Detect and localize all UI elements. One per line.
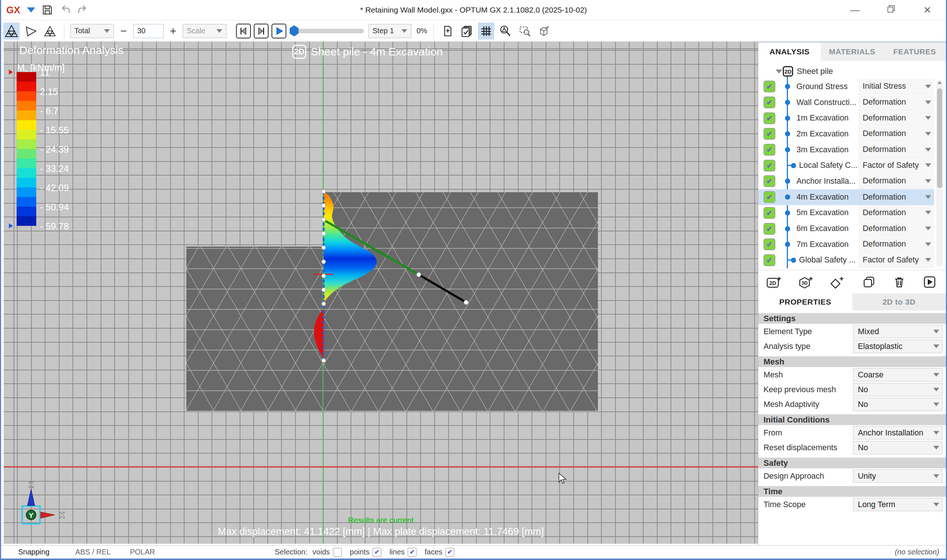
step-slider[interactable]	[291, 29, 364, 33]
analysis-stage-row[interactable]: ✔ Global Safety ... Factor of Safety	[758, 252, 946, 268]
new-view-button[interactable]	[440, 23, 456, 40]
analysis-stage-row[interactable]: ✔ Ground Stress Initial Stress	[758, 79, 946, 95]
stage-type-dropdown[interactable]: Deformation	[858, 126, 934, 142]
delete-stage-button[interactable]	[892, 275, 907, 289]
scale-increase-button[interactable]: +	[167, 25, 180, 37]
stage-checkbox[interactable]: ✔	[763, 238, 775, 250]
new-3d-stage-button[interactable]: 3D	[797, 275, 814, 289]
show-mesh-button[interactable]	[3, 23, 20, 40]
stage-type-dropdown[interactable]: Deformation	[858, 190, 934, 205]
selection-filter-item[interactable]: points ✔	[350, 548, 381, 557]
clone-stage-button[interactable]	[862, 275, 876, 289]
analysis-stage-row[interactable]: ✔ 3m Excavation Deformation	[758, 142, 946, 158]
analysis-stage-row[interactable]: ✔ Wall Constructi... Deformation	[758, 95, 946, 111]
undo-icon[interactable]	[60, 5, 71, 15]
new-2d-stage-button[interactable]: 2D	[766, 275, 782, 289]
analysis-stage-row[interactable]: ✔ 4m Excavation Deformation	[758, 189, 934, 205]
selection-filter-item[interactable]: lines ✔	[390, 548, 416, 557]
stage-checkbox[interactable]: ✔	[763, 81, 775, 92]
show-fine-mesh-button[interactable]	[42, 23, 58, 40]
analysis-stage-row[interactable]: ✔ 7m Excavation Deformation	[758, 237, 946, 252]
scale-decrease-button[interactable]: −	[117, 25, 130, 37]
selection-filter-item[interactable]: voids ✔	[313, 548, 342, 557]
property-dropdown[interactable]: Mixed	[853, 325, 942, 338]
new-node-button[interactable]	[829, 275, 846, 289]
snapping-toggle[interactable]: Snapping	[1, 548, 49, 556]
property-dropdown[interactable]: Elastoplastic	[853, 340, 942, 353]
view-manager-button[interactable]	[459, 23, 475, 40]
stage-type-dropdown[interactable]: Initial Stress	[858, 79, 934, 94]
analysis-stage-row[interactable]: ✔ 6m Excavation Deformation	[758, 221, 946, 237]
property-dropdown[interactable]: No	[853, 398, 942, 411]
stage-checkbox[interactable]: ✔	[763, 175, 775, 187]
run-analysis-button[interactable]	[922, 275, 937, 289]
selection-checkbox[interactable]: ✔	[446, 548, 454, 557]
selection-checkbox[interactable]: ✔	[373, 548, 381, 557]
skip-to-start-button[interactable]	[236, 24, 251, 38]
app-menu-dropdown-icon[interactable]	[27, 8, 35, 12]
stage-type-dropdown[interactable]: Deformation	[858, 111, 934, 126]
polar-toggle[interactable]: POLAR	[111, 548, 155, 556]
collapse-caret-icon[interactable]	[776, 69, 782, 74]
selection-checkbox[interactable]: ✔	[333, 548, 342, 557]
property-dropdown[interactable]: No	[853, 383, 942, 396]
analysis-stage-row[interactable]: ✔ Local Safety C... Factor of Safety	[758, 157, 946, 173]
stage-checkbox[interactable]: ✔	[763, 160, 775, 172]
abs-rel-toggle[interactable]: ABS / REL	[49, 548, 111, 556]
step-slider-handle[interactable]	[289, 26, 299, 37]
close-button[interactable]: ✕	[920, 5, 935, 16]
selection-filter-item[interactable]: faces ✔	[425, 548, 454, 557]
result-type-dropdown[interactable]: Total	[70, 24, 114, 38]
property-dropdown[interactable]: Unity	[853, 469, 942, 483]
stage-checkbox[interactable]: ✔	[763, 191, 775, 203]
property-dropdown[interactable]: No	[853, 441, 942, 454]
analysis-stage-row[interactable]: ✔ 5m Excavation Deformation	[758, 205, 946, 221]
analysis-stage-row[interactable]: ✔ 2m Excavation Deformation	[758, 126, 946, 142]
save-icon[interactable]	[42, 5, 53, 15]
zoom-mesh-button[interactable]	[497, 23, 514, 40]
stage-type-dropdown[interactable]: Factor of Safety	[858, 158, 934, 173]
tree-scrollbar-thumb[interactable]	[937, 88, 942, 188]
stage-tree-root[interactable]: 2D Sheet pile	[758, 64, 946, 79]
stage-checkbox[interactable]: ✔	[763, 144, 775, 155]
tab-properties[interactable]: PROPERTIES	[758, 294, 852, 311]
stage-checkbox[interactable]: ✔	[763, 223, 775, 235]
render-3d-button[interactable]	[536, 23, 552, 40]
minimize-button[interactable]: —	[847, 5, 862, 16]
stage-type-dropdown[interactable]: Deformation	[858, 95, 934, 110]
model-canvas[interactable]: Z X Y Deformation Analysis My [kNm/m] 11…	[4, 42, 758, 544]
tab-2d-to-3d[interactable]: 2D to 3D	[852, 294, 946, 311]
tree-scrollbar[interactable]	[936, 80, 943, 267]
stage-type-dropdown[interactable]: Deformation	[858, 142, 934, 157]
stage-type-dropdown[interactable]: Deformation	[858, 174, 934, 189]
stage-checkbox[interactable]: ✔	[763, 254, 775, 266]
grid-toggle-button[interactable]	[478, 23, 494, 40]
stage-type-dropdown[interactable]: Factor of Safety	[858, 252, 934, 268]
zoom-window-button[interactable]	[517, 23, 533, 40]
step-dropdown[interactable]: Step 1	[369, 24, 411, 38]
scale-mode-dropdown[interactable]: Scale	[183, 24, 227, 38]
show-deformed-button[interactable]	[23, 23, 39, 40]
analysis-stage-row[interactable]: ✔ Anchor Installa... Deformation	[758, 173, 946, 189]
property-dropdown[interactable]: Long Term	[853, 498, 942, 511]
stage-type-dropdown[interactable]: Deformation	[858, 205, 934, 220]
stage-checkbox[interactable]: ✔	[763, 97, 775, 108]
property-dropdown[interactable]: Anchor Installation	[853, 426, 942, 440]
stage-checkbox[interactable]: ✔	[763, 128, 775, 140]
stage-checkbox[interactable]: ✔	[763, 112, 775, 124]
stage-type-dropdown[interactable]: Deformation	[858, 221, 934, 236]
stage-checkbox[interactable]: ✔	[763, 207, 775, 219]
restore-button[interactable]	[884, 4, 899, 16]
stage-type-dropdown[interactable]: Deformation	[858, 237, 934, 252]
skip-to-end-button[interactable]	[254, 24, 268, 38]
play-button[interactable]	[271, 24, 286, 38]
tab-materials[interactable]: MATERIALS	[821, 43, 883, 61]
redo-icon[interactable]	[77, 5, 88, 15]
selection-checkbox[interactable]: ✔	[408, 548, 416, 557]
analysis-stage-row[interactable]: ✔ 1m Excavation Deformation	[758, 110, 946, 126]
tab-analysis[interactable]: ANALYSIS	[758, 43, 821, 61]
scroll-up-icon[interactable]	[938, 81, 942, 84]
scale-value-input[interactable]: 30	[133, 24, 163, 38]
tab-features[interactable]: FEATURES	[883, 43, 946, 61]
property-dropdown[interactable]: Coarse	[853, 368, 942, 382]
